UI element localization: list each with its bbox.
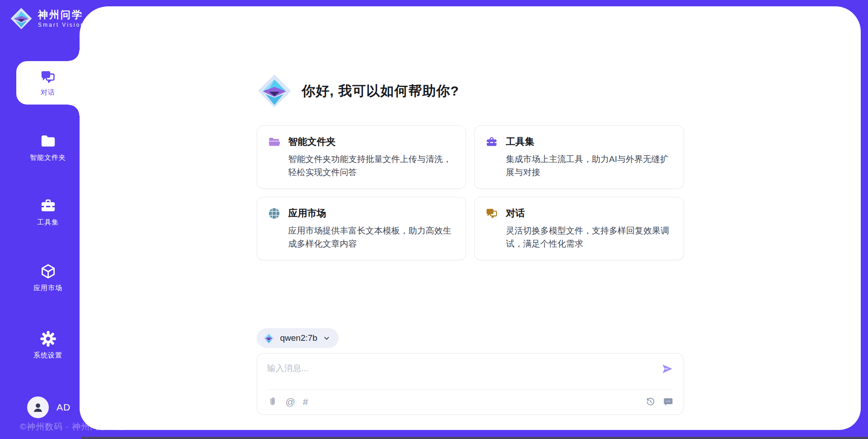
at-icon[interactable]: @ — [286, 396, 295, 407]
greeting-block: 你好, 我可以如何帮助你? — [257, 73, 684, 109]
card-chat[interactable]: 对话 灵活切换多模型文件，支持多样回复效果调试，满足个性化需求 — [474, 197, 684, 260]
chat-icon — [40, 69, 56, 85]
avatar — [27, 396, 49, 418]
card-title: 应用市场 — [288, 207, 326, 220]
folder-icon — [40, 133, 57, 149]
sidebar-item-toolset[interactable]: 工具集 — [16, 194, 80, 230]
user-name: AD — [57, 402, 71, 413]
model-selector[interactable]: qwen2:7b — [257, 328, 339, 348]
send-button[interactable] — [661, 363, 674, 375]
brand-subtitle: Smart Vision — [38, 22, 85, 28]
cube-icon — [40, 263, 57, 280]
card-smart-folder[interactable]: 智能文件夹 智能文件夹功能支持批量文件上传与清洗，轻松实现文件问答 — [257, 125, 467, 189]
sidebar-item-settings[interactable]: 系统设置 — [16, 327, 80, 363]
diamond-logo-icon — [10, 7, 33, 30]
send-icon — [661, 363, 674, 375]
card-description: 应用市场提供丰富长文本模板，助力高效生成多样化文章内容 — [288, 224, 455, 250]
paperclip-icon[interactable] — [267, 396, 278, 407]
card-title: 对话 — [506, 207, 525, 220]
brand-logo: 神州问学 Smart Vision — [10, 7, 85, 30]
brand-text: 神州问学 Smart Vision — [38, 10, 85, 28]
card-description: 集成市场上主流工具，助力AI与外界无缝扩展与对接 — [506, 153, 673, 179]
toolbox-icon — [486, 136, 498, 148]
card-toolset[interactable]: 工具集 集成市场上主流工具，助力AI与外界无缝扩展与对接 — [474, 125, 684, 189]
greeting-text: 你好, 我可以如何帮助你? — [302, 82, 459, 100]
hash-icon[interactable]: # — [303, 396, 308, 407]
sidebar-item-app-market[interactable]: 应用市场 — [16, 259, 80, 296]
user-account[interactable]: AD — [27, 396, 71, 418]
pixel-globe-icon — [268, 207, 280, 220]
sidebar-item-label: 系统设置 — [33, 351, 62, 360]
chat-icon — [486, 207, 498, 220]
diamond-logo-icon — [257, 73, 292, 109]
main-panel: 你好, 我可以如何帮助你? 智能文件夹 智能文件夹功能支持批量文件上传与清洗，轻… — [80, 6, 861, 430]
history-icon[interactable] — [645, 396, 656, 407]
open-folder-icon — [268, 136, 280, 148]
sidebar-item-smart-folder[interactable]: 智能文件夹 — [16, 129, 80, 165]
card-title: 工具集 — [506, 135, 534, 148]
gear-icon — [40, 330, 57, 347]
sidebar-item-chat[interactable]: 对话 — [16, 61, 80, 105]
card-title: 智能文件夹 — [288, 135, 336, 148]
brand-name: 神州问学 — [38, 10, 85, 20]
card-description: 灵活切换多模型文件，支持多样回复效果调试，满足个性化需求 — [506, 224, 673, 250]
chevron-down-icon — [323, 334, 330, 342]
sidebar-item-label: 应用市场 — [33, 284, 62, 292]
person-icon — [31, 401, 45, 414]
model-name: qwen2:7b — [280, 333, 317, 343]
sidebar-item-label: 工具集 — [37, 218, 59, 227]
card-description: 智能文件夹功能支持批量文件上传与清洗，轻松实现文件问答 — [288, 153, 455, 179]
composer: qwen2:7b @ # — [257, 328, 684, 415]
bottom-edge-strip — [81, 437, 868, 439]
diamond-logo-icon — [263, 332, 275, 344]
card-app-market[interactable]: 应用市场 应用市场提供丰富长文本模板，助力高效生成多样化文章内容 — [257, 197, 467, 260]
feature-cards: 智能文件夹 智能文件夹功能支持批量文件上传与清洗，轻松实现文件问答 工具集 集成… — [257, 125, 684, 260]
message-input-card: @ # — [257, 353, 684, 415]
message-input[interactable] — [267, 360, 661, 373]
sidebar-item-label: 对话 — [41, 88, 55, 97]
toolbox-icon — [40, 197, 57, 214]
sidebar-item-label: 智能文件夹 — [30, 153, 66, 162]
chat-square-icon[interactable] — [663, 396, 674, 407]
